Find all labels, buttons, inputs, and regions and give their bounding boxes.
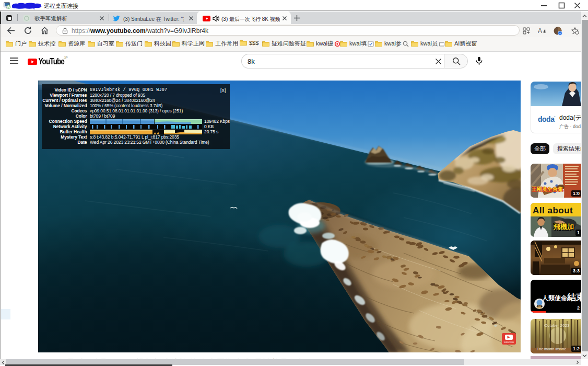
- svg-text:A: A: [538, 27, 542, 35]
- svg-text:SUBSCRIBE: SUBSCRIBE: [504, 341, 514, 344]
- svg-text:All about: All about: [533, 205, 573, 215]
- svg-text:October 2023: October 2023: [544, 323, 570, 328]
